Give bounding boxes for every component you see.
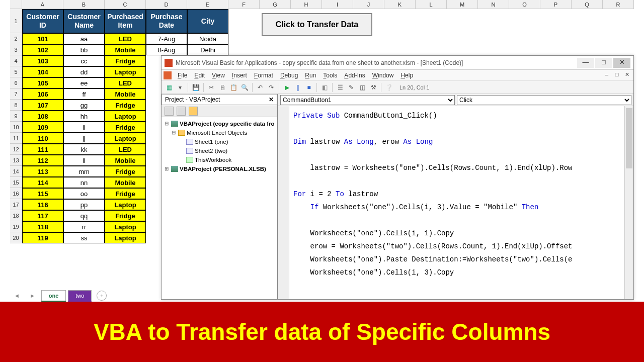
col-header[interactable]: H bbox=[291, 0, 322, 9]
sheet-tab-one[interactable]: one bbox=[41, 290, 66, 302]
row-header[interactable]: 13 bbox=[10, 155, 22, 166]
table-cell[interactable]: jj bbox=[63, 133, 105, 144]
table-cell[interactable]: Fridge bbox=[105, 210, 146, 221]
table-cell[interactable]: Laptop bbox=[105, 133, 146, 144]
row-header[interactable]: 9 bbox=[10, 111, 22, 122]
col-header[interactable]: M bbox=[447, 0, 478, 9]
table-cell[interactable]: ii bbox=[63, 122, 105, 133]
col-header[interactable]: J bbox=[353, 0, 384, 9]
menu-add-ins[interactable]: Add-Ins bbox=[341, 71, 368, 80]
object-dropdown[interactable]: CommandButton1 bbox=[280, 95, 455, 105]
code-scrollbar[interactable] bbox=[624, 106, 633, 299]
table-cell[interactable]: 108 bbox=[22, 111, 63, 122]
row-header[interactable]: 8 bbox=[10, 100, 22, 111]
project-explorer-close-icon[interactable]: ✕ bbox=[269, 96, 274, 103]
table-cell[interactable]: Delhi bbox=[187, 44, 228, 55]
table-cell[interactable]: Fridge bbox=[105, 122, 146, 133]
row-header[interactable]: 3 bbox=[10, 44, 22, 55]
view-object-icon[interactable] bbox=[177, 107, 186, 116]
redo-icon[interactable]: ↷ bbox=[267, 83, 276, 92]
row-header[interactable]: 6 bbox=[10, 77, 22, 88]
table-cell[interactable]: 106 bbox=[22, 88, 63, 100]
table-cell[interactable]: 117 bbox=[22, 210, 63, 221]
sheet-nav-prev-icon[interactable]: ◄ bbox=[10, 293, 24, 299]
table-cell[interactable]: Mobile bbox=[105, 177, 146, 188]
cut-icon[interactable]: ✂ bbox=[207, 83, 216, 92]
save-icon[interactable]: 💾 bbox=[191, 83, 200, 92]
doc-restore-button[interactable]: □ bbox=[612, 71, 621, 79]
row-header[interactable]: 4 bbox=[10, 55, 22, 66]
row-header[interactable]: 10 bbox=[10, 122, 22, 133]
undo-icon[interactable]: ↶ bbox=[256, 83, 265, 92]
menu-edit[interactable]: Edit bbox=[191, 71, 208, 80]
col-header[interactable]: K bbox=[384, 0, 416, 9]
row-header[interactable]: 7 bbox=[10, 88, 22, 100]
table-cell[interactable]: rr bbox=[63, 221, 105, 232]
table-cell[interactable]: aa bbox=[63, 33, 105, 44]
table-cell[interactable]: 112 bbox=[22, 155, 63, 166]
col-header[interactable]: E bbox=[187, 0, 228, 9]
view-code-icon[interactable] bbox=[165, 107, 174, 116]
table-cell[interactable]: 109 bbox=[22, 122, 63, 133]
table-cell[interactable]: gg bbox=[63, 100, 105, 111]
col-header[interactable]: D bbox=[146, 0, 187, 9]
table-cell[interactable]: hh bbox=[63, 111, 105, 122]
run-icon[interactable]: ▶ bbox=[282, 83, 291, 92]
row-header[interactable]: 11 bbox=[10, 133, 22, 144]
menu-run[interactable]: Run bbox=[302, 71, 319, 80]
table-header[interactable]: PurchasedItem bbox=[105, 9, 146, 33]
paste-icon[interactable]: 📋 bbox=[229, 83, 238, 92]
insert-module-icon[interactable]: ▾ bbox=[176, 83, 185, 92]
design-mode-icon[interactable]: ◧ bbox=[320, 83, 329, 92]
menu-file[interactable]: File bbox=[175, 71, 190, 80]
object-browser-icon[interactable]: ◫ bbox=[358, 83, 367, 92]
table-cell[interactable]: 105 bbox=[22, 77, 63, 88]
minimize-button[interactable]: — bbox=[577, 58, 594, 68]
table-cell[interactable]: pp bbox=[63, 199, 105, 210]
row-header[interactable]: 16 bbox=[10, 188, 22, 199]
table-cell[interactable]: 118 bbox=[22, 221, 63, 232]
table-cell[interactable]: ll bbox=[63, 155, 105, 166]
project-tree[interactable]: ⊟VBAProject (copy specific data fro ⊟Mic… bbox=[162, 117, 277, 299]
table-cell[interactable]: Noida bbox=[187, 33, 228, 44]
help-icon[interactable]: ❔ bbox=[384, 83, 393, 92]
find-icon[interactable]: 🔍 bbox=[240, 83, 249, 92]
menu-window[interactable]: Window bbox=[369, 71, 397, 80]
properties-icon[interactable]: ✎ bbox=[347, 83, 356, 92]
project-explorer-icon[interactable]: ☰ bbox=[336, 83, 345, 92]
table-cell[interactable]: Fridge bbox=[105, 100, 146, 111]
table-cell[interactable]: 104 bbox=[22, 66, 63, 77]
table-header[interactable]: CustomerID bbox=[22, 9, 63, 33]
table-cell[interactable]: Laptop bbox=[105, 111, 146, 122]
table-cell[interactable]: 110 bbox=[22, 133, 63, 144]
row-header[interactable]: 20 bbox=[10, 232, 22, 243]
procedure-dropdown[interactable]: Click bbox=[457, 95, 631, 105]
menu-format[interactable]: Format bbox=[251, 71, 276, 80]
col-header[interactable]: Q bbox=[572, 0, 603, 9]
table-cell[interactable]: kk bbox=[63, 144, 105, 155]
toolbox-icon[interactable]: ⚒ bbox=[369, 83, 378, 92]
row-header[interactable]: 15 bbox=[10, 177, 22, 188]
table-cell[interactable]: qq bbox=[63, 210, 105, 221]
table-cell[interactable]: Laptop bbox=[105, 66, 146, 77]
table-cell[interactable]: 114 bbox=[22, 177, 63, 188]
table-cell[interactable]: LED bbox=[105, 33, 146, 44]
toggle-folders-icon[interactable] bbox=[189, 107, 198, 116]
table-cell[interactable]: 113 bbox=[22, 166, 63, 177]
table-cell[interactable]: Fridge bbox=[105, 55, 146, 66]
table-cell[interactable]: 103 bbox=[22, 55, 63, 66]
add-sheet-button[interactable]: + bbox=[97, 291, 107, 301]
col-header[interactable]: A bbox=[22, 0, 63, 9]
table-cell[interactable]: Mobile bbox=[105, 44, 146, 55]
col-header[interactable]: R bbox=[603, 0, 634, 9]
row-header[interactable]: 14 bbox=[10, 166, 22, 177]
transfer-button[interactable]: Click to Transfer Data bbox=[262, 13, 372, 36]
row-header[interactable]: 5 bbox=[10, 66, 22, 77]
table-cell[interactable]: 107 bbox=[22, 100, 63, 111]
table-cell[interactable]: 102 bbox=[22, 44, 63, 55]
sheet-nav-next-icon[interactable]: ► bbox=[26, 293, 39, 299]
col-header[interactable]: N bbox=[478, 0, 509, 9]
col-header[interactable]: F bbox=[228, 0, 260, 9]
doc-min-button[interactable]: – bbox=[602, 71, 611, 79]
vbe-titlebar[interactable]: Microsoft Visual Basic for Applications … bbox=[162, 56, 633, 70]
